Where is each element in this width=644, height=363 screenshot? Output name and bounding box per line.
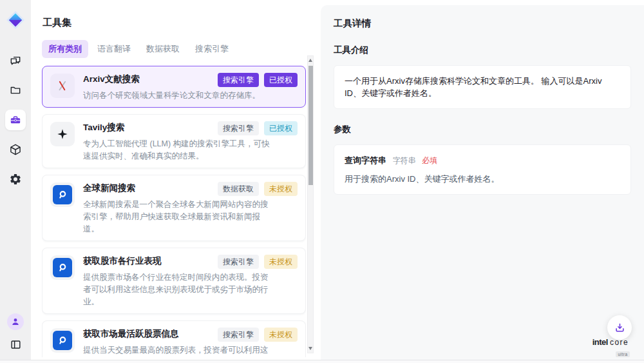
sparkle-star-icon — [50, 122, 75, 146]
tool-description: 专为人工智能代理 (LLM) 构建的搜索引擎工具，可快速提供实时、准确和真实的结… — [83, 138, 271, 162]
gear-icon — [9, 173, 22, 186]
tool-tags: 数据获取 未授权 — [218, 182, 298, 196]
toolbox-icon — [9, 113, 22, 126]
status-badge: 已授权 — [264, 121, 298, 135]
tool-main: Tavily搜索 搜索引擎 已授权 专为人工智能代理 (LLM) 构建的搜索引擎… — [83, 121, 298, 162]
tab-translation[interactable]: 语言翻译 — [91, 40, 137, 58]
category-badge: 搜索引擎 — [218, 255, 259, 269]
tool-list-panel: 工具集 所有类别 语言翻译 数据获取 搜索引擎 Arxiv文献搜索 搜索引擎 已… — [31, 0, 321, 363]
sidebar-item-settings[interactable] — [5, 169, 26, 190]
brand-core-text: core — [610, 338, 629, 347]
tool-tags: 搜索引擎 已授权 — [218, 73, 298, 87]
tool-description: 提供当天交易量最高的股票列表，投资者可以利用这些信息来识别流动性强的股票和潜在的… — [83, 344, 271, 357]
tool-main: 获取市场最活跃股票信息 搜索引擎 未授权 提供当天交易量最高的股票列表，投资者可… — [83, 328, 298, 357]
blue-search-icon — [50, 328, 75, 353]
scroll-up-arrow-icon[interactable] — [308, 59, 312, 62]
tool-tags: 搜索引擎 未授权 — [218, 255, 298, 269]
intel-core-logo: intel core ultra — [586, 337, 635, 358]
tool-card-global-news[interactable]: 全球新闻搜索 数据获取 未授权 全球新闻搜索是一个聚合全球各大新闻网站内容的搜索… — [42, 175, 306, 241]
category-badge: 数据获取 — [218, 182, 259, 196]
sidebar-item-chat[interactable] — [5, 50, 26, 71]
tool-main: 全球新闻搜索 数据获取 未授权 全球新闻搜索是一个聚合全球各大新闻网站内容的搜索… — [83, 182, 298, 235]
tool-main: Arxiv文献搜索 搜索引擎 已授权 访问各个研究领域大量科学论文和文章的存储库… — [83, 73, 298, 102]
category-badge: 搜索引擎 — [218, 121, 259, 135]
blue-search-icon — [50, 182, 75, 207]
download-icon — [614, 322, 626, 334]
params-heading: 参数 — [334, 124, 631, 135]
rail-bottom — [7, 313, 24, 363]
tool-name: Arxiv文献搜索 — [83, 73, 140, 85]
tool-card-tavily[interactable]: Tavily搜索 搜索引擎 已授权 专为人工智能代理 (LLM) 构建的搜索引擎… — [42, 114, 306, 168]
category-tabs: 所有类别 语言翻译 数据获取 搜索引擎 — [42, 40, 321, 58]
collapse-sidebar-button[interactable] — [7, 336, 24, 353]
intro-card: 一个用于从Arxiv存储库搜索科学论文和文章的工具。 输入可以是Arxiv ID… — [334, 65, 631, 109]
download-button[interactable] — [607, 315, 632, 340]
cube-icon — [9, 143, 22, 156]
brand-intel-text: intel — [592, 337, 608, 347]
sidebar-item-models[interactable] — [5, 139, 26, 160]
tab-search-engine[interactable]: 搜索引擎 — [189, 40, 235, 58]
tool-description: 访问各个研究领域大量科学论文和文章的存储库。 — [83, 90, 271, 102]
rail-nav — [5, 50, 26, 190]
status-badge: 已授权 — [264, 73, 298, 87]
sidebar-item-toolbox[interactable] — [5, 110, 26, 130]
param-type: 字符串 — [393, 156, 416, 165]
category-badge: 搜索引擎 — [218, 73, 259, 87]
tool-tags: 搜索引擎 已授权 — [218, 121, 298, 135]
intro-heading: 工具介绍 — [334, 44, 631, 56]
blue-search-icon — [50, 255, 75, 280]
user-avatar-icon — [10, 317, 21, 327]
list-scrollbar[interactable] — [307, 55, 314, 353]
tool-card-active-stocks[interactable]: 获取市场最活跃股票信息 搜索引擎 未授权 提供当天交易量最高的股票列表，投资者可… — [42, 320, 306, 357]
collapse-panel-icon — [10, 338, 22, 351]
param-card: 查询字符串 字符串 必填 用于搜索的Arxiv ID、关键字或作者姓名。 — [334, 144, 631, 195]
tool-description: 提供股票市场各个行业在特定时间段内的表现。投资者可以利用这些信息来识别表现优于或… — [83, 271, 271, 308]
sidebar-item-files[interactable] — [5, 80, 26, 101]
tab-data-fetch[interactable]: 数据获取 — [140, 40, 186, 58]
left-rail — [0, 0, 31, 363]
param-required-badge: 必填 — [422, 156, 437, 165]
status-badge: 未授权 — [264, 255, 298, 269]
param-description: 用于搜索的Arxiv ID、关键字或作者姓名。 — [345, 173, 620, 185]
tool-name: 获取市场最活跃股票信息 — [83, 328, 179, 340]
brand-ultra-badge: ultra — [616, 351, 629, 357]
detail-title: 工具详情 — [334, 17, 631, 30]
tool-tags: 搜索引擎 未授权 — [218, 328, 298, 342]
tool-description: 全球新闻搜索是一个聚合全球各大新闻网站内容的搜索引擎，帮助用户快速获取全球最新资… — [83, 199, 271, 235]
chat-icon — [9, 54, 22, 67]
status-badge: 未授权 — [264, 328, 298, 342]
param-name: 查询字符串 — [345, 155, 386, 165]
param-head: 查询字符串 字符串 必填 — [345, 154, 620, 167]
tool-name: 全球新闻搜索 — [83, 182, 135, 194]
tool-card-arxiv[interactable]: Arxiv文献搜索 搜索引擎 已授权 访问各个研究领域大量科学论文和文章的存储库… — [42, 66, 306, 108]
tool-card-sector-performance[interactable]: 获取股市各行业表现 搜索引擎 未授权 提供股票市场各个行业在特定时间段内的表现。… — [42, 248, 306, 314]
arxiv-x-icon — [50, 74, 75, 98]
category-badge: 搜索引擎 — [218, 328, 259, 342]
tool-main: 获取股市各行业表现 搜索引擎 未授权 提供股票市场各个行业在特定时间段内的表现。… — [83, 255, 298, 308]
tool-detail-panel: 工具详情 工具介绍 一个用于从Arxiv存储库搜索科学论文和文章的工具。 输入可… — [321, 5, 644, 363]
tab-all-categories[interactable]: 所有类别 — [42, 40, 88, 58]
window-bottom-edge — [0, 360, 644, 363]
page-title: 工具集 — [43, 17, 321, 29]
status-badge: 未授权 — [264, 182, 298, 196]
scrollbar-thumb[interactable] — [308, 66, 313, 185]
tool-name: 获取股市各行业表现 — [83, 255, 162, 267]
user-avatar[interactable] — [7, 313, 24, 330]
folder-icon — [9, 84, 22, 97]
scroll-down-arrow-icon[interactable] — [308, 347, 312, 350]
tool-card-list: Arxiv文献搜索 搜索引擎 已授权 访问各个研究领域大量科学论文和文章的存储库… — [42, 66, 306, 357]
app-logo-icon — [6, 10, 25, 30]
tool-name: Tavily搜索 — [83, 121, 124, 133]
